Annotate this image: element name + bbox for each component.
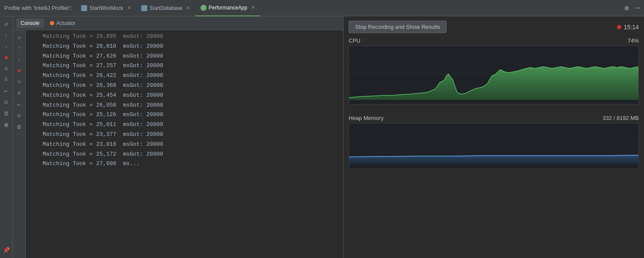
title-bar: Profile with 'IntelliJ Profiler': StartW… xyxy=(0,0,644,16)
db-icon xyxy=(81,5,87,11)
log-line: Matching Took = 25,011 msGot: 20000 xyxy=(29,120,340,130)
heap-value: 332 / 8192 MB xyxy=(602,115,639,121)
log-line: Matching Took = 29,895 msGot: 20000 xyxy=(29,32,340,42)
log-line: Matching Took = 25,172 msGot: 20000 xyxy=(29,150,340,160)
vtoolbar-export[interactable]: ≛ xyxy=(15,89,24,98)
heap-section: Heap Memory 332 / 8192 MB xyxy=(349,115,639,169)
tab-close-perf[interactable]: ✕ xyxy=(251,5,255,10)
log-line: Matching Took = 26,058 msGot: 20000 xyxy=(29,101,340,111)
svg-marker-3 xyxy=(349,67,638,100)
sidebar-icon-import[interactable]: ⇤ xyxy=(1,86,12,96)
recording-time-value: 15:14 xyxy=(624,24,639,31)
console-area: Console Actuator ↺ ↑ ↓ ■ ≡ ≛ ⇤ ⊟ 🗑 Matc xyxy=(13,16,343,258)
minimize-icon[interactable]: — xyxy=(635,4,640,12)
log-line: Matching Took = 27,257 msGot: 20000 xyxy=(29,61,340,71)
sidebar-icon-camera[interactable]: ⊙ xyxy=(1,64,12,74)
right-panel: Stop Recording and Show Results 15:14 CP… xyxy=(343,16,644,258)
cpu-chart xyxy=(349,46,638,102)
tab-label: PerformanceApp xyxy=(209,5,247,11)
tab-start-database[interactable]: StartDatabase ✕ xyxy=(136,0,195,16)
settings-icon[interactable]: ⚙ xyxy=(625,4,629,12)
vtoolbar-delete[interactable]: 🗑 xyxy=(15,122,24,132)
cpu-header: CPU 74% xyxy=(349,37,639,44)
tab-performance-app[interactable]: PerformanceApp ✕ xyxy=(195,0,260,16)
profile-label: Profile with 'IntelliJ Profiler': xyxy=(4,5,72,11)
console-tab-btn[interactable]: Console xyxy=(16,18,44,28)
cpu-chart-container xyxy=(349,46,639,104)
actuator-dot xyxy=(50,21,54,25)
log-line: Matching Took = 27,626 msGot: 20000 xyxy=(29,52,340,61)
sidebar-icons: ↺ ↑ ↓ ■ ⊙ ≛ ⇤ ⊟ 🗑 ▦ 📌 xyxy=(0,16,13,258)
log-line: Matching Took = 26,422 msGot: 20000 xyxy=(29,71,340,81)
db-icon-2 xyxy=(141,5,147,11)
vtoolbar-down[interactable]: ↓ xyxy=(15,55,24,64)
sidebar-icon-refresh[interactable]: ↺ xyxy=(1,19,12,29)
sidebar-icon-export-up[interactable]: ≛ xyxy=(1,75,12,85)
tab-close-db[interactable]: ✕ xyxy=(186,5,190,11)
log-line: Matching Took = 27,608 ms... xyxy=(29,159,340,169)
vtoolbar-import[interactable]: ⇤ xyxy=(15,100,24,109)
tab-label: StartWireMock xyxy=(89,5,123,11)
cpu-value: 74% xyxy=(628,37,639,44)
perf-icon xyxy=(200,5,207,11)
console-tab-label: Console xyxy=(21,20,39,26)
recording-time: 15:14 xyxy=(617,24,639,31)
sidebar-icon-pin[interactable]: 📌 xyxy=(1,245,12,255)
tab-close-wire-mock[interactable]: ✕ xyxy=(127,5,131,11)
title-bar-actions: ⚙ — xyxy=(625,4,640,12)
log-line: Matching Took = 28,010 msGot: 20000 xyxy=(29,42,340,52)
stop-recording-button[interactable]: Stop Recording and Show Results xyxy=(349,21,447,33)
log-line: Matching Took = 23,018 msGot: 20000 xyxy=(29,140,340,150)
vtoolbar-print[interactable]: ⊟ xyxy=(15,111,24,120)
log-output[interactable]: Matching Took = 29,895 msGot: 20000 Matc… xyxy=(26,30,343,258)
actuator-tab-btn[interactable]: Actuator xyxy=(46,18,80,28)
recording-dot xyxy=(617,25,621,29)
vtoolbar-wrap[interactable]: ≡ xyxy=(15,77,24,87)
profiler-toolbar: Stop Recording and Show Results 15:14 xyxy=(349,21,639,33)
log-line: Matching Took = 26,368 msGot: 20000 xyxy=(29,81,340,91)
actuator-tab-label: Actuator xyxy=(56,20,76,26)
heap-header: Heap Memory 332 / 8192 MB xyxy=(349,115,639,121)
sidebar-icon-grid[interactable]: ▦ xyxy=(1,120,12,130)
console-vtoolbar: ↺ ↑ ↓ ■ ≡ ≛ ⇤ ⊟ 🗑 xyxy=(13,30,26,258)
tab-list: StartWireMock ✕ StartDatabase ✕ Performa… xyxy=(76,0,624,16)
vtoolbar-stop[interactable]: ■ xyxy=(15,66,24,76)
sidebar-icon-up[interactable]: ↑ xyxy=(1,30,12,40)
console-content: ↺ ↑ ↓ ■ ≡ ≛ ⇤ ⊟ 🗑 Matching Took = 29,895… xyxy=(13,30,343,258)
cpu-label: CPU xyxy=(349,37,360,44)
heap-chart xyxy=(349,123,638,166)
heap-label: Heap Memory xyxy=(349,115,384,121)
console-toolbar: Console Actuator xyxy=(13,16,343,30)
vtoolbar-refresh[interactable]: ↺ xyxy=(15,33,24,42)
log-line: Matching Took = 23,377 msGot: 20000 xyxy=(29,130,340,140)
heap-chart-container xyxy=(349,123,639,169)
log-line: Matching Took = 25,454 msGot: 20000 xyxy=(29,91,340,101)
vtoolbar-up[interactable]: ↑ xyxy=(15,44,24,53)
log-line: Matching Took = 25,126 msGot: 20000 xyxy=(29,110,340,120)
sidebar-icon-stop[interactable]: ■ xyxy=(1,52,12,63)
tab-label: StartDatabase xyxy=(149,5,182,11)
sidebar-icon-down[interactable]: ↓ xyxy=(1,41,12,52)
sidebar-icon-print[interactable]: ⊟ xyxy=(1,97,12,108)
tab-start-wire-mock[interactable]: StartWireMock ✕ xyxy=(76,0,136,16)
main-layout: ↺ ↑ ↓ ■ ⊙ ≛ ⇤ ⊟ 🗑 ▦ 📌 Console Actuator ↺… xyxy=(0,16,644,258)
cpu-section: CPU 74% xyxy=(349,37,639,104)
sidebar-icon-delete[interactable]: 🗑 xyxy=(1,108,12,119)
